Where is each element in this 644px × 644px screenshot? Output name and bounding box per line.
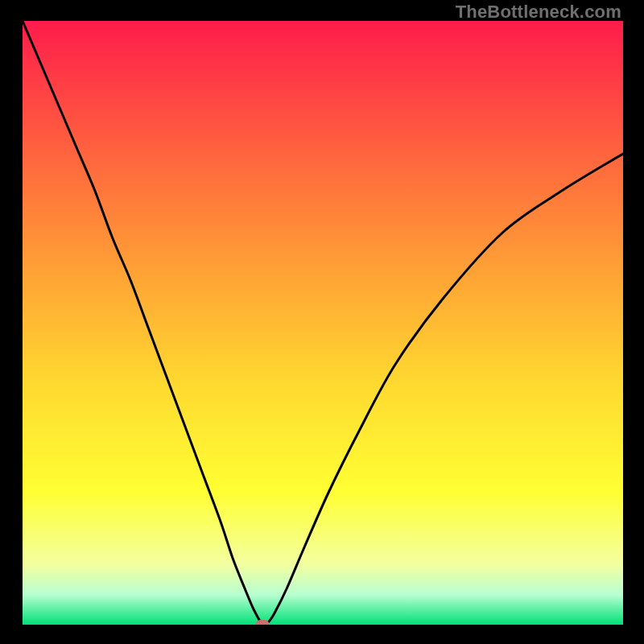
watermark-text: TheBottleneck.com [456, 2, 621, 23]
chart-frame: TheBottleneck.com [0, 0, 644, 644]
plot-area [23, 21, 623, 625]
gradient-background [23, 21, 623, 625]
gradient-plot-svg [23, 21, 623, 625]
optimal-point-marker [256, 620, 270, 625]
